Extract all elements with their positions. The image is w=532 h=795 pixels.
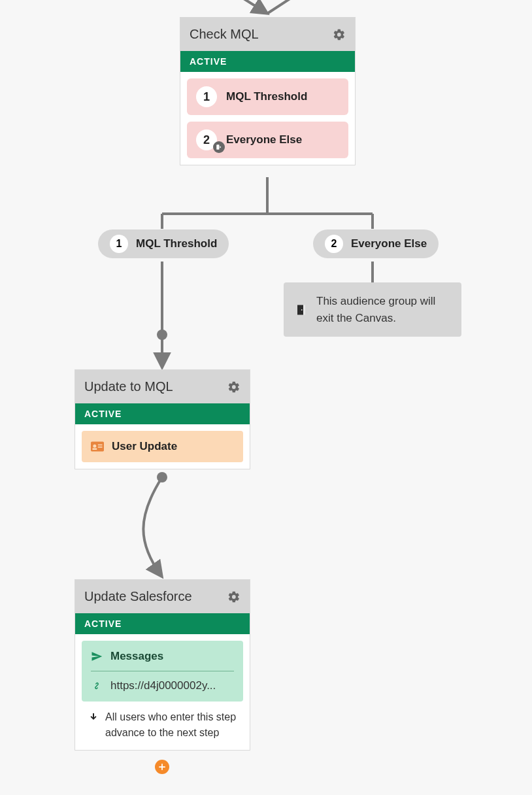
exit-panel: This audience group will exit the Canvas…	[284, 282, 461, 337]
svg-point-4	[93, 445, 96, 448]
path-label: Everyone Else	[226, 133, 302, 146]
node-body: Messages https://d4j0000002y... All user…	[75, 634, 250, 750]
add-step-button[interactable]	[155, 760, 169, 774]
path-number: 1	[196, 86, 217, 107]
arrow-down-icon	[88, 712, 99, 722]
messages-block[interactable]: Messages https://d4j0000002y...	[82, 641, 243, 702]
node-status: ACTIVE	[75, 403, 250, 424]
node-title: Check MQL	[190, 27, 259, 42]
messages-url: https://d4j0000002y...	[110, 679, 216, 692]
node-update-salesforce[interactable]: Update Salesforce ACTIVE Messages https:…	[75, 579, 250, 751]
branch-pill-mql-threshold[interactable]: 1 MQL Threshold	[98, 229, 229, 258]
connector-dot	[157, 330, 167, 340]
node-body: 1 MQL Threshold 2 Everyone Else	[180, 72, 355, 165]
node-body: User Update	[75, 424, 250, 469]
node-header: Update Salesforce	[75, 580, 250, 613]
node-title: Update to MQL	[84, 379, 173, 394]
exit-badge-icon	[213, 141, 225, 153]
path-row-everyone-else[interactable]: 2 Everyone Else	[187, 122, 348, 158]
branch-pill-everyone-else[interactable]: 2 Everyone Else	[313, 229, 439, 258]
action-label: User Update	[112, 440, 177, 453]
paper-plane-icon	[91, 651, 103, 662]
messages-header: Messages	[91, 650, 234, 671]
exit-text: This audience group will exit the Canvas…	[316, 293, 450, 326]
node-header: Update to MQL	[75, 370, 250, 403]
pill-number: 1	[110, 235, 128, 253]
node-update-to-mql[interactable]: Update to MQL ACTIVE User Update	[75, 369, 250, 469]
plus-icon	[158, 762, 167, 771]
node-status: ACTIVE	[180, 51, 355, 72]
gear-icon[interactable]	[227, 381, 241, 394]
advance-note-text: All users who enter this step advance to…	[105, 709, 237, 741]
link-icon	[91, 680, 103, 692]
pill-number: 2	[325, 235, 343, 253]
connector-dot	[157, 472, 167, 482]
path-label: MQL Threshold	[226, 90, 307, 103]
node-check-mql[interactable]: Check MQL ACTIVE 1 MQL Threshold 2 Every…	[180, 17, 356, 165]
messages-link-row[interactable]: https://d4j0000002y...	[91, 679, 234, 692]
advance-note-row: All users who enter this step advance to…	[82, 702, 243, 743]
pill-label: Everyone Else	[351, 237, 427, 250]
node-status: ACTIVE	[75, 613, 250, 634]
pill-label: MQL Threshold	[136, 237, 217, 250]
svg-rect-5	[93, 448, 97, 450]
node-title: Update Salesforce	[84, 589, 192, 604]
gear-icon[interactable]	[333, 28, 346, 41]
node-header: Check MQL	[180, 18, 355, 51]
svg-rect-1	[303, 305, 305, 314]
svg-rect-6	[98, 445, 103, 446]
action-user-update[interactable]: User Update	[82, 431, 243, 462]
svg-rect-7	[98, 447, 103, 448]
path-row-mql-threshold[interactable]: 1 MQL Threshold	[187, 78, 348, 115]
door-exit-icon	[295, 303, 307, 317]
svg-point-2	[301, 309, 303, 311]
messages-label: Messages	[110, 650, 163, 663]
gear-icon[interactable]	[227, 590, 241, 603]
id-card-icon	[91, 441, 104, 452]
